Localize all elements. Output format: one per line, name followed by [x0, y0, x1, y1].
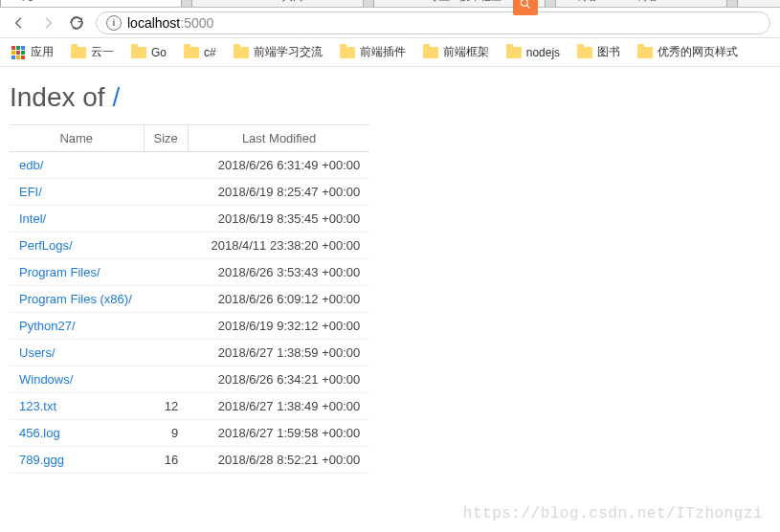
browser-tab[interactable]: 博客 - CSDN博客 — [555, 0, 727, 8]
cell-modified: 2018/4/11 23:38:20 +00:00 — [188, 233, 369, 259]
apps-label: 应用 — [31, 44, 54, 60]
bookmark-item[interactable]: 前端插件 — [340, 44, 406, 60]
cell-name: Users/ — [10, 340, 144, 366]
tab-label: csdn — [759, 0, 780, 1]
apps-icon — [11, 46, 25, 59]
cell-modified: 2018/6/19 8:25:47 +00:00 — [188, 179, 369, 206]
bookmark-item[interactable]: Go — [131, 46, 167, 59]
bookmark-label: 前端框架 — [443, 44, 489, 60]
cell-name: Program Files (x86)/ — [10, 286, 144, 313]
cell-size — [144, 233, 188, 259]
cell-size — [144, 340, 188, 366]
bookmark-label: 图书 — [597, 44, 620, 60]
site-info-icon[interactable]: i — [106, 15, 122, 31]
title-path: / — [112, 82, 120, 112]
directory-listing-table: Name Size Last Modified edb/2018/6/26 6:… — [10, 124, 369, 474]
cell-size — [144, 206, 188, 233]
tab-label: ASP.NET Core入门 — [213, 0, 303, 2]
folder-icon — [637, 47, 653, 58]
watermark: https://blog.csdn.net/ITzhongzi — [463, 505, 763, 522]
cell-modified: 2018/6/26 6:34:21 +00:00 — [188, 366, 369, 393]
cell-modified: 2018/6/27 1:59:58 +00:00 — [188, 420, 369, 447]
entry-link[interactable]: 123.txt — [19, 399, 56, 413]
tab-label: pgAdmin 4 — [22, 0, 73, 1]
title-prefix: Index of — [10, 82, 112, 112]
entry-link[interactable]: Intel/ — [19, 211, 46, 226]
browser-tab[interactable]: ASP.NET Core入门 — [191, 0, 364, 8]
cell-size — [144, 259, 188, 286]
bookmark-label: 前端插件 — [360, 44, 406, 60]
reload-button[interactable] — [67, 13, 86, 33]
browser-tab[interactable]: pgAdmin 4 — [0, 0, 182, 8]
bookmark-item[interactable]: nodejs — [506, 46, 560, 59]
col-header-modified: Last Modified — [188, 125, 369, 152]
search-overlay — [513, 0, 538, 15]
cell-modified: 2018/6/27 1:38:59 +00:00 — [188, 340, 369, 366]
folder-icon — [506, 47, 522, 58]
cell-size — [144, 286, 188, 313]
cell-size — [144, 366, 188, 393]
cell-modified: 2018/6/19 8:35:45 +00:00 — [188, 206, 369, 233]
url-host: localhost — [127, 15, 180, 31]
table-row: EFI/2018/6/19 8:25:47 +00:00 — [10, 179, 369, 206]
bookmark-label: nodejs — [526, 46, 560, 59]
cell-modified: 2018/6/26 3:53:43 +00:00 — [188, 259, 369, 286]
cell-name: Windows/ — [10, 366, 144, 393]
bookmark-item[interactable]: 图书 — [577, 44, 620, 60]
svg-point-0 — [521, 0, 527, 6]
bookmark-item[interactable]: c# — [184, 46, 216, 59]
col-header-size: Size — [144, 125, 188, 152]
tab-label: CSDN-专业IT技术社区 — [395, 0, 501, 2]
entry-link[interactable]: Python27/ — [19, 319, 76, 333]
bookmark-item[interactable]: 前端学习交流 — [234, 44, 323, 60]
folder-icon — [131, 47, 146, 58]
table-row: Intel/2018/6/19 8:35:45 +00:00 — [10, 206, 369, 233]
folder-icon — [423, 47, 438, 58]
bookmark-label: Go — [151, 46, 167, 59]
cell-name: Intel/ — [10, 206, 144, 233]
cell-modified: 2018/6/19 9:32:12 +00:00 — [188, 313, 369, 340]
bookmark-label: 前端学习交流 — [254, 44, 323, 60]
cell-size: 16 — [144, 447, 188, 474]
browser-toolbar: i localhost:5000 — [0, 8, 780, 38]
entry-link[interactable]: 456.log — [19, 426, 60, 440]
cell-name: Program Files/ — [10, 259, 144, 286]
entry-link[interactable]: Windows/ — [19, 372, 73, 387]
cell-name: 789.ggg — [10, 447, 144, 474]
folder-icon — [234, 47, 249, 58]
folder-icon — [577, 47, 592, 58]
entry-link[interactable]: Program Files (x86)/ — [19, 292, 132, 306]
page-content: Index of / Name Size Last Modified edb/2… — [0, 67, 780, 489]
back-button[interactable] — [10, 13, 29, 33]
entry-link[interactable]: 789.ggg — [19, 453, 64, 467]
table-row: 789.ggg162018/6/28 8:52:21 +00:00 — [10, 447, 369, 474]
bookmark-item[interactable]: 优秀的网页样式 — [637, 44, 738, 60]
cell-name: edb/ — [10, 152, 144, 179]
address-bar[interactable]: i localhost:5000 — [96, 11, 770, 34]
entry-link[interactable]: EFI/ — [19, 185, 42, 199]
apps-button[interactable]: 应用 — [11, 44, 54, 60]
search-icon — [519, 0, 532, 11]
bookmark-item[interactable]: 云一 — [71, 44, 114, 60]
cell-modified: 2018/6/26 6:09:12 +00:00 — [188, 286, 369, 313]
cell-modified: 2018/6/28 8:52:21 +00:00 — [188, 447, 369, 474]
cell-modified: 2018/6/27 1:38:49 +00:00 — [188, 393, 369, 420]
browser-tab[interactable]: csdn — [737, 0, 780, 8]
entry-link[interactable]: PerfLogs/ — [19, 238, 73, 253]
entry-link[interactable]: Users/ — [19, 345, 56, 360]
table-header-row: Name Size Last Modified — [10, 125, 369, 152]
bookmark-label: 优秀的网页样式 — [657, 44, 738, 60]
cell-name: PerfLogs/ — [10, 233, 144, 259]
forward-button[interactable] — [38, 13, 57, 33]
col-header-name: Name — [10, 125, 144, 152]
bookmark-item[interactable]: 前端框架 — [423, 44, 489, 60]
entry-link[interactable]: edb/ — [19, 158, 43, 172]
table-row: Program Files (x86)/2018/6/26 6:09:12 +0… — [10, 286, 369, 313]
browser-tabstrip: pgAdmin 4 ASP.NET Core入门 CSDN-专业IT技术社区 博… — [0, 0, 780, 8]
bookmark-bar: 应用 云一Goc#前端学习交流前端插件前端框架nodejs图书优秀的网页样式 — [0, 38, 780, 67]
tab-label: 博客 - CSDN博客 — [577, 0, 658, 2]
page-title: Index of / — [10, 82, 770, 113]
entry-link[interactable]: Program Files/ — [19, 265, 100, 279]
table-row: Windows/2018/6/26 6:34:21 +00:00 — [10, 366, 369, 393]
cell-name: 123.txt — [10, 393, 144, 420]
